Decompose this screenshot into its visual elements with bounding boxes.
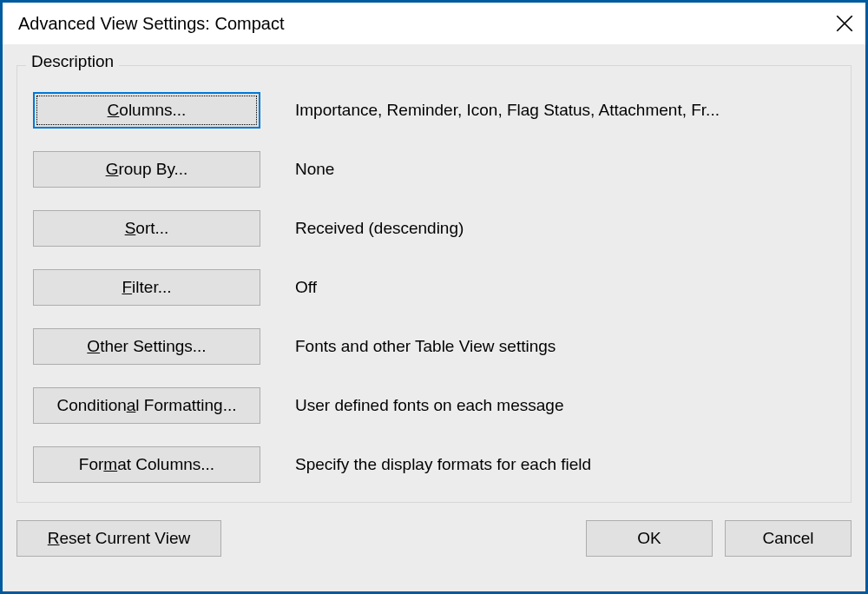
format-columns-description: Specify the display formats for each fie… [295,455,591,474]
description-fieldset: Description Columns... Importance, Remin… [16,65,852,503]
sort-description: Received (descending) [295,219,464,238]
filter-button[interactable]: Filter... [33,269,260,306]
cancel-button[interactable]: Cancel [725,520,852,557]
row-filter: Filter... Off [33,269,835,306]
advanced-view-settings-dialog: Advanced View Settings: Compact Descript… [0,0,868,594]
row-columns: Columns... Importance, Reminder, Icon, F… [33,92,835,129]
row-conditional-formatting: Conditional Formatting... User defined f… [33,387,835,424]
dialog-title: Advanced View Settings: Compact [18,14,284,34]
conditional-formatting-description: User defined fonts on each message [295,396,563,415]
conditional-formatting-button[interactable]: Conditional Formatting... [33,387,260,424]
reset-current-view-button[interactable]: Reset Current View [16,520,221,557]
columns-description: Importance, Reminder, Icon, Flag Status,… [295,101,720,120]
filter-description: Off [295,278,317,297]
group-by-button[interactable]: Group By... [33,151,260,188]
sort-button[interactable]: Sort... [33,210,260,247]
row-format-columns: Format Columns... Specify the display fo… [33,446,835,483]
row-other-settings: Other Settings... Fonts and other Table … [33,328,835,365]
other-settings-button[interactable]: Other Settings... [33,328,260,365]
group-by-description: None [295,160,334,179]
dialog-footer: Reset Current View OK Cancel [16,520,852,557]
format-columns-button[interactable]: Format Columns... [33,446,260,483]
row-groupby: Group By... None [33,151,835,188]
other-settings-description: Fonts and other Table View settings [295,337,556,356]
close-icon[interactable] [832,11,857,36]
fieldset-legend: Description [26,52,119,71]
dialog-content: Description Columns... Importance, Remin… [3,44,865,571]
columns-button[interactable]: Columns... [33,92,260,129]
ok-button[interactable]: OK [586,520,713,557]
row-sort: Sort... Received (descending) [33,210,835,247]
titlebar: Advanced View Settings: Compact [3,3,865,44]
